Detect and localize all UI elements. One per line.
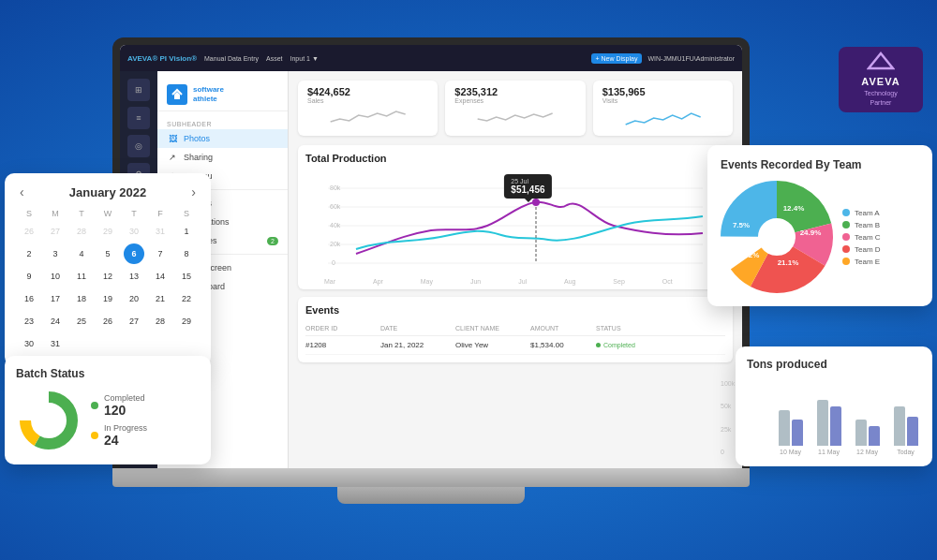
cal-day-15[interactable]: 15 — [176, 266, 197, 287]
batch-inprogress: In Progress 24 — [91, 423, 147, 448]
stat-sales: $424,652 Sales — [298, 81, 438, 136]
x-label-jul: Jul — [518, 278, 527, 285]
cal-day-13[interactable]: 13 — [124, 266, 144, 287]
nav-data-entry[interactable]: Manual Data Entry — [204, 55, 259, 62]
cal-day-10[interactable]: 10 — [45, 266, 66, 287]
cal-day-5[interactable]: 5 — [97, 243, 118, 264]
bar-12may-2 — [869, 426, 880, 446]
cal-day-12[interactable]: 12 — [97, 266, 118, 287]
day-s2: S — [173, 207, 200, 220]
row-order-id: #1208 — [305, 341, 380, 349]
photos-icon: 🖼 — [167, 134, 178, 143]
day-m: M — [42, 207, 68, 220]
cal-day-25[interactable]: 25 — [71, 311, 92, 332]
row-date: Jan 21, 2022 — [380, 341, 455, 349]
sidebar-icon-2[interactable]: ≡ — [127, 107, 150, 129]
events-section: Events ORDER ID DATE CLIENT NAME AMOUNT … — [298, 297, 733, 362]
cal-day-21[interactable]: 21 — [150, 288, 171, 309]
team-c-dot — [842, 233, 850, 241]
cal-day-26-dec[interactable]: 26 — [19, 221, 39, 242]
cal-day-6-today[interactable]: 6 — [124, 243, 144, 264]
sidebar-icon-1[interactable]: ⊞ — [127, 79, 150, 101]
team-d-dot — [842, 245, 850, 253]
cal-day-26[interactable]: 26 — [97, 311, 118, 332]
svg-marker-0 — [869, 53, 893, 68]
cal-day-7[interactable]: 7 — [150, 243, 171, 264]
calendar-prev-btn[interactable]: ‹ — [16, 184, 28, 199]
cal-day-empty-1 — [71, 333, 92, 354]
cal-day-20[interactable]: 20 — [124, 288, 144, 309]
team-e-label: Team E — [855, 258, 880, 266]
nav-input[interactable]: Input 1 ▼ — [290, 55, 319, 62]
svg-text:0: 0 — [332, 259, 335, 266]
sidebar-item-photos[interactable]: 🖼 Photos — [157, 129, 288, 148]
x-label-aug: Aug — [564, 278, 575, 285]
calendar-grid: S M T W T F S 26 27 28 29 30 31 1 2 3 4 … — [16, 207, 200, 355]
new-display-btn[interactable]: + New Display — [591, 53, 643, 64]
day-t2: T — [121, 207, 147, 220]
cal-day-30-dec[interactable]: 30 — [124, 221, 144, 242]
day-w: W — [95, 207, 121, 220]
cal-day-9[interactable]: 9 — [19, 266, 39, 287]
sidebar-icon-3[interactable]: ◎ — [127, 135, 150, 157]
cal-day-17[interactable]: 17 — [45, 288, 66, 309]
cal-day-4[interactable]: 4 — [71, 243, 92, 264]
cal-day-19[interactable]: 19 — [97, 288, 118, 309]
cal-day-31[interactable]: 31 — [45, 333, 66, 354]
cal-week-4: 16 17 18 19 20 21 22 — [16, 287, 200, 310]
team-c-label: Team C — [855, 233, 881, 242]
col-status: STATUS — [596, 325, 662, 332]
cal-day-24[interactable]: 24 — [45, 311, 66, 332]
calendar-next-btn[interactable]: › — [187, 184, 200, 199]
cal-day-29[interactable]: 29 — [176, 311, 197, 332]
row-status: Completed — [596, 342, 662, 348]
team-d-label: Team D — [855, 245, 881, 254]
photos-label: Photos — [184, 134, 210, 143]
cal-day-16[interactable]: 16 — [19, 288, 39, 309]
bar-today-2 — [907, 417, 918, 446]
cal-day-23[interactable]: 23 — [19, 311, 39, 332]
bars-10may — [779, 380, 803, 446]
completed-label: Completed — [104, 393, 145, 403]
stat-expenses-value: $235,312 — [454, 86, 575, 97]
cal-day-28-dec[interactable]: 28 — [71, 221, 92, 242]
sidebar-item-sharing[interactable]: ↗ Sharing — [157, 148, 288, 167]
cal-day-empty-2 — [97, 333, 118, 354]
stat-visits: $135,965 Visits — [593, 81, 733, 136]
legend-team-b: Team B — [842, 221, 881, 229]
cal-day-8[interactable]: 8 — [176, 243, 197, 264]
stat-sales-value: $424,652 — [307, 86, 428, 97]
brand-name: softwareathlete — [193, 85, 224, 103]
team-e-dot — [842, 258, 850, 265]
row-amount: $1,534.00 — [530, 341, 596, 349]
cal-week-1: 26 27 28 29 30 31 1 — [16, 220, 200, 243]
cal-day-28[interactable]: 28 — [150, 311, 171, 332]
svg-text:7.5%: 7.5% — [733, 221, 750, 229]
table-row[interactable]: #1208 Jan 21, 2022 Olive Yew $1,534.00 C… — [305, 336, 725, 355]
legend-team-d: Team D — [842, 245, 881, 254]
events-pie-chart: 12.4% 24.9% 21.1% 24.2% 7.5% — [721, 181, 833, 293]
cal-day-1[interactable]: 1 — [176, 221, 197, 242]
y-label-25k: 25k — [721, 426, 735, 433]
cal-day-30[interactable]: 30 — [19, 333, 39, 354]
sharing-icon: ↗ — [167, 153, 178, 162]
sparkline-visits — [602, 108, 723, 126]
cal-day-2[interactable]: 2 — [19, 243, 39, 264]
cal-day-18[interactable]: 18 — [71, 288, 92, 309]
cal-day-29-dec[interactable]: 29 — [97, 221, 118, 242]
aveva-badge: AVEVA TechnologyPartner — [839, 47, 923, 112]
cal-day-31-dec[interactable]: 31 — [150, 221, 171, 242]
aveva-icon — [867, 52, 895, 74]
cal-day-14[interactable]: 14 — [150, 266, 171, 287]
svg-text:40k: 40k — [330, 222, 341, 228]
cal-day-3[interactable]: 3 — [45, 243, 66, 264]
cal-day-27[interactable]: 27 — [124, 311, 144, 332]
svg-text:20k: 20k — [330, 241, 341, 247]
cal-day-27-dec[interactable]: 27 — [45, 221, 66, 242]
status-dot — [596, 343, 601, 347]
nav-asset[interactable]: Asset — [266, 55, 283, 62]
col-client: CLIENT NAME — [455, 325, 530, 332]
cal-day-22[interactable]: 22 — [176, 288, 197, 309]
production-line-purple — [356, 202, 703, 254]
cal-day-11[interactable]: 11 — [71, 266, 92, 287]
